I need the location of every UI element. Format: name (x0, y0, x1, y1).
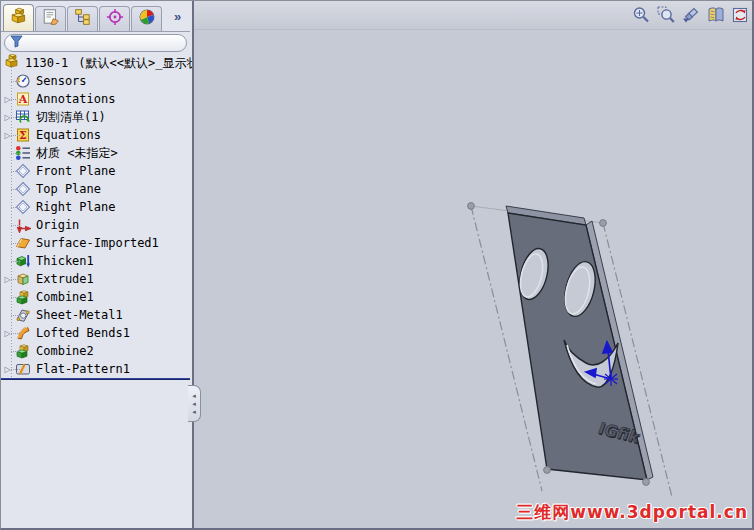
tree-stub (11, 351, 20, 352)
tree-item-material-4[interactable]: 材质 <未指定> (1, 144, 192, 162)
rollback-bar[interactable] (1, 378, 190, 380)
view-orientation-button[interactable] (730, 4, 752, 26)
tree-item-sheetmetal-13[interactable]: Sheet-Metal1 (1, 306, 192, 324)
tree-item-cutlist-2[interactable]: ▷切割清单(1) (1, 108, 192, 126)
tree-item-annotations-1[interactable]: ▷AAnnotations (1, 90, 192, 108)
tree-stub (11, 279, 20, 280)
manager-tabs (3, 4, 163, 31)
graphics-viewport[interactable]: IGfik IGfik 三维网www.3dportal.cn (194, 1, 752, 528)
tree-stub (11, 135, 20, 136)
filter-funnel-icon (10, 34, 23, 52)
tree-stub (11, 117, 20, 118)
tree-stub (11, 153, 20, 154)
tree-item-label: Extrude1 (36, 272, 94, 286)
tree-item-plane-6[interactable]: Top Plane (1, 180, 192, 198)
tree-stub (11, 171, 20, 172)
featuremanager-tab[interactable] (3, 4, 34, 31)
section-icon (706, 5, 726, 25)
tree-item-plane-7[interactable]: Right Plane (1, 198, 192, 216)
tree-item-sensors-0[interactable]: Sensors (1, 72, 192, 90)
tree-item-equations-3[interactable]: ▷ΣEquations (1, 126, 192, 144)
root-config-label: (默认<<默认>_显示状态 (78, 55, 192, 72)
tree-item-label: 材质 <未指定> (36, 145, 118, 162)
zoom-fit-icon (631, 5, 651, 25)
tree-stub (11, 99, 20, 100)
filter-input[interactable] (23, 36, 173, 50)
tab-config-icon (74, 8, 92, 30)
watermark-text: 三维网www.3dportal.cn (516, 501, 748, 524)
tree-stub (11, 207, 20, 208)
tree-item-thicken-10[interactable]: Thicken1 (1, 252, 192, 270)
solidworks-window: IGfik IGfik 三维网www.3dportal.cn » (0, 0, 754, 530)
tree-item-label: Surface-Imported1 (36, 236, 159, 250)
tree-stub (11, 315, 20, 316)
tree-item-surface-9[interactable]: Surface-Imported1 (1, 234, 192, 252)
part-icon (4, 54, 20, 72)
tree-item-label: Flat-Pattern1 (36, 362, 130, 376)
panel-splitter-handle[interactable]: ◂◂◂ (188, 385, 201, 422)
tree-item-label: Right Plane (36, 200, 115, 214)
tree-item-origin-8[interactable]: Origin (1, 216, 192, 234)
tree-stub (11, 369, 20, 370)
tree-item-combine-12[interactable]: Combine1 (1, 288, 192, 306)
zoom-to-area-button[interactable] (655, 4, 677, 26)
tabs-overflow-chevron[interactable]: » (174, 9, 181, 24)
tree-item-label: 切割清单(1) (36, 109, 106, 126)
dimxpertmanager-tab[interactable] (99, 6, 130, 31)
vieworient-icon (731, 5, 751, 25)
configurationmanager-tab[interactable] (67, 6, 98, 31)
tree-item-label: Thicken1 (36, 254, 94, 268)
feature-tree: Sensors▷AAnnotations▷切割清单(1)▷ΣEquations材… (1, 72, 192, 378)
tree-item-flatpattern-16[interactable]: ▷Flat-Pattern1 (1, 360, 192, 378)
zoom-to-fit-button[interactable] (630, 4, 652, 26)
tree-item-label: Combine2 (36, 344, 94, 358)
tree-item-label: Annotations (36, 92, 115, 106)
tree-item-combine-15[interactable]: Combine2 (1, 342, 192, 360)
displaymanager-tab[interactable] (131, 6, 162, 31)
tree-item-label: Sensors (36, 74, 87, 88)
tab-part-icon (10, 7, 28, 29)
tree-root-item[interactable]: 1130-1 (默认<<默认>_显示状态 (4, 54, 192, 72)
section-view-button[interactable] (705, 4, 727, 26)
featuremanager-panel: » 1130-1 (默认<<默认>_显示状态 Sensors▷AAnnotati… (1, 1, 194, 528)
tree-stub (11, 243, 20, 244)
headsup-view-toolbar (194, 1, 752, 30)
tree-item-label: Lofted Bends1 (36, 326, 130, 340)
tree-stub (11, 225, 20, 226)
tree-item-label: Equations (36, 128, 101, 142)
tree-stub (11, 261, 20, 262)
previous-view-button[interactable] (680, 4, 702, 26)
tree-stub (11, 333, 20, 334)
root-part-name: 1130-1 (25, 56, 68, 70)
tab-display-icon (138, 8, 156, 30)
tab-dimxpert-icon (106, 8, 124, 30)
tree-item-label: Combine1 (36, 290, 94, 304)
tree-item-label: Top Plane (36, 182, 101, 196)
filter-box (4, 34, 187, 52)
tree-item-loftedbends-14[interactable]: ▷Lofted Bends1 (1, 324, 192, 342)
tree-stub (11, 81, 20, 82)
tree-stub (11, 297, 20, 298)
zoom-area-icon (656, 5, 676, 25)
tree-stub (11, 189, 20, 190)
tree-item-label: Origin (36, 218, 79, 232)
propertymanager-tab[interactable] (35, 6, 66, 31)
tree-item-label: Front Plane (36, 164, 115, 178)
tree-item-extrude-11[interactable]: ▷Extrude1 (1, 270, 192, 288)
model-3d-view[interactable]: IGfik IGfik (194, 1, 752, 502)
tabs-underline (1, 31, 190, 32)
tab-property-icon (42, 8, 60, 30)
tree-item-label: Sheet-Metal1 (36, 308, 123, 322)
prev-view-icon (681, 5, 701, 25)
tree-item-plane-5[interactable]: Front Plane (1, 162, 192, 180)
